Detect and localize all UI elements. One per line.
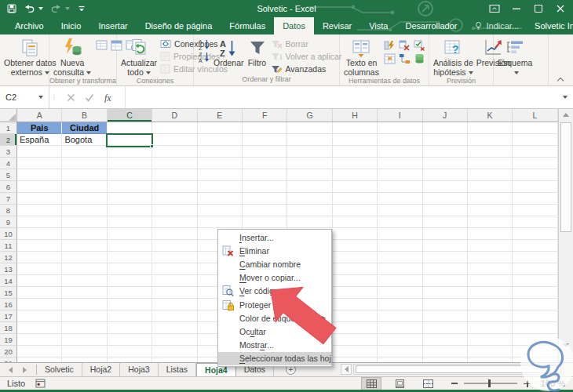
cell-h10[interactable] <box>333 228 378 240</box>
cell-k17[interactable] <box>468 310 513 322</box>
cell-h5[interactable] <box>333 169 378 181</box>
cell-e8[interactable] <box>198 205 243 216</box>
menu-item-mostrar[interactable]: Mostrar... <box>218 339 331 352</box>
column-header-g[interactable]: G <box>287 109 332 122</box>
scroll-down-button[interactable] <box>559 339 573 351</box>
tab-revisar[interactable]: Revisar <box>314 17 360 34</box>
cell-j6[interactable] <box>423 181 468 193</box>
cell-a7[interactable] <box>17 193 62 205</box>
cell-h3[interactable] <box>333 146 378 158</box>
cell-c13[interactable] <box>108 263 152 275</box>
cell-g9[interactable] <box>287 216 332 228</box>
cell-h2[interactable] <box>333 134 378 146</box>
cell-b9[interactable] <box>62 216 107 228</box>
row-header-15[interactable]: 15 <box>0 287 17 299</box>
column-header-a[interactable]: A <box>17 109 62 122</box>
collapse-ribbon-button[interactable] <box>555 75 566 83</box>
cell-c10[interactable] <box>108 228 152 240</box>
cell-l13[interactable] <box>513 263 557 275</box>
cell-e2[interactable] <box>198 134 243 146</box>
texto-en-columnas-button[interactable]: Texto encolumnas <box>342 36 381 77</box>
cell-j18[interactable] <box>423 322 468 334</box>
cell-h4[interactable] <box>333 158 378 169</box>
normal-view-button[interactable] <box>362 378 381 390</box>
cell-l1[interactable] <box>513 122 557 134</box>
cell-f1[interactable] <box>243 122 287 134</box>
cell-k15[interactable] <box>468 287 513 299</box>
cell-b14[interactable] <box>62 275 107 287</box>
cell-k13[interactable] <box>468 263 513 275</box>
cell-d1[interactable] <box>152 122 197 134</box>
cell-j7[interactable] <box>423 193 468 205</box>
cell-a20[interactable] <box>17 346 62 358</box>
column-header-h[interactable]: H <box>333 109 378 122</box>
cell-l9[interactable] <box>513 216 557 228</box>
cell-k8[interactable] <box>468 205 513 216</box>
cell-j1[interactable] <box>423 122 468 134</box>
cell-j12[interactable] <box>423 252 468 263</box>
cell-h13[interactable] <box>333 263 378 275</box>
cell-a5[interactable] <box>17 169 62 181</box>
scroll-left-button[interactable] <box>341 364 352 375</box>
cell-j5[interactable] <box>423 169 468 181</box>
maximize-button[interactable] <box>527 0 549 17</box>
cell-k1[interactable] <box>468 122 513 134</box>
cell-b2[interactable]: Bogota <box>62 134 107 146</box>
cell-d16[interactable] <box>152 299 197 310</box>
cell-i16[interactable] <box>378 299 422 310</box>
cell-a11[interactable] <box>17 240 62 252</box>
cancel-icon[interactable] <box>67 93 75 102</box>
save-button[interactable] <box>7 4 16 13</box>
avanzadas-button[interactable]: Avanzadas <box>269 63 344 75</box>
cell-d14[interactable] <box>152 275 197 287</box>
page-break-view-button[interactable] <box>418 378 437 390</box>
filtro-button[interactable]: Filtro <box>246 36 269 67</box>
cell-c8[interactable] <box>108 205 152 216</box>
cell-l12[interactable] <box>513 252 557 263</box>
cell-e3[interactable] <box>198 146 243 158</box>
formula-input[interactable] <box>125 86 554 108</box>
cell-j20[interactable] <box>423 346 468 358</box>
cell-i6[interactable] <box>378 181 422 193</box>
cell-h20[interactable] <box>333 346 378 358</box>
cell-a14[interactable] <box>17 275 62 287</box>
cell-k11[interactable] <box>468 240 513 252</box>
cell-i14[interactable] <box>378 275 422 287</box>
cell-i18[interactable] <box>378 322 422 334</box>
row-header-1[interactable]: 1 <box>0 122 17 134</box>
tab-f-rmulas[interactable]: Fórmulas <box>221 17 274 34</box>
cell-e9[interactable] <box>198 216 243 228</box>
cell-a13[interactable] <box>17 263 62 275</box>
cell-d7[interactable] <box>152 193 197 205</box>
cell-i3[interactable] <box>378 146 422 158</box>
cell-b8[interactable] <box>62 205 107 216</box>
cell-b17[interactable] <box>62 310 107 322</box>
cell-k12[interactable] <box>468 252 513 263</box>
cell-f7[interactable] <box>243 193 287 205</box>
vertical-scrollbar-thumb[interactable] <box>560 122 571 232</box>
cell-k19[interactable] <box>468 334 513 346</box>
page-layout-view-button[interactable] <box>390 378 409 390</box>
cell-g2[interactable] <box>287 134 332 146</box>
zoom-out-button[interactable] <box>451 383 458 384</box>
cell-a15[interactable] <box>17 287 62 299</box>
cell-i17[interactable] <box>378 310 422 322</box>
cell-d18[interactable] <box>152 322 197 334</box>
menu-item-eliminar[interactable]: Eliminar <box>218 244 331 257</box>
cell-d20[interactable] <box>152 346 197 358</box>
cell-a2[interactable]: España <box>17 134 62 146</box>
cell-b16[interactable] <box>62 299 107 310</box>
cell-i5[interactable] <box>378 169 422 181</box>
cell-c7[interactable] <box>108 193 152 205</box>
cell-j4[interactable] <box>423 158 468 169</box>
next-sheet-icon[interactable] <box>23 367 27 373</box>
cell-l3[interactable] <box>513 146 557 158</box>
row-header-17[interactable]: 17 <box>0 310 17 322</box>
tab-dise-o-de-p-gina[interactable]: Diseño de página <box>137 17 221 34</box>
cell-b20[interactable] <box>62 346 107 358</box>
cell-i15[interactable] <box>378 287 422 299</box>
cell-l8[interactable] <box>513 205 557 216</box>
column-header-f[interactable]: F <box>243 109 287 122</box>
column-header-c[interactable]: C <box>108 109 152 122</box>
cell-k20[interactable] <box>468 346 513 358</box>
